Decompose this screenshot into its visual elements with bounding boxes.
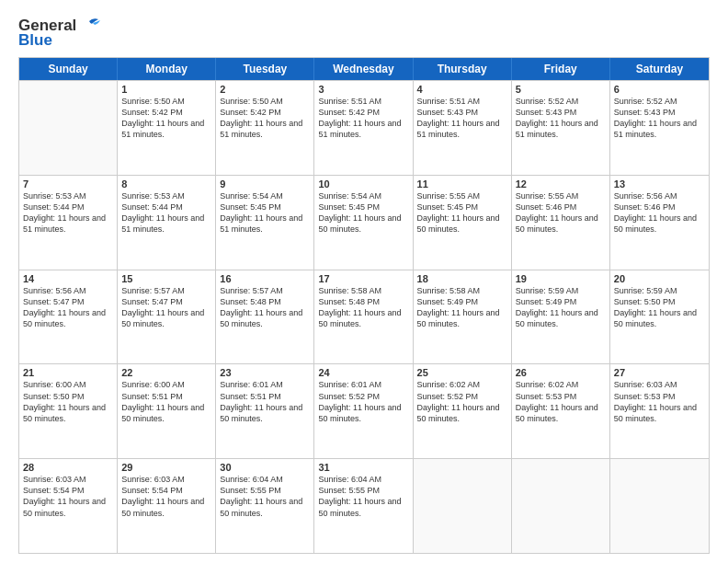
calendar-cell <box>512 459 610 553</box>
cell-sun-info: Sunrise: 5:57 AMSunset: 5:48 PMDaylight:… <box>220 285 310 330</box>
day-number: 17 <box>318 273 408 284</box>
day-number: 22 <box>121 367 211 378</box>
calendar-cell: 17Sunrise: 5:58 AMSunset: 5:48 PMDayligh… <box>314 270 413 364</box>
header-day-thursday: Thursday <box>414 58 512 80</box>
day-number: 23 <box>220 367 310 378</box>
cell-sun-info: Sunrise: 5:51 AMSunset: 5:42 PMDaylight:… <box>318 96 408 141</box>
cell-sun-info: Sunrise: 6:01 AMSunset: 5:52 PMDaylight:… <box>318 379 408 424</box>
header-day-wednesday: Wednesday <box>314 58 413 80</box>
logo-bird-icon <box>80 17 100 32</box>
calendar-body: 1Sunrise: 5:50 AMSunset: 5:42 PMDaylight… <box>19 80 709 553</box>
cell-sun-info: Sunrise: 5:50 AMSunset: 5:42 PMDaylight:… <box>121 96 211 141</box>
cell-sun-info: Sunrise: 5:58 AMSunset: 5:48 PMDaylight:… <box>318 285 408 330</box>
day-number: 29 <box>121 462 211 473</box>
logo: General Blue <box>18 17 100 50</box>
calendar-cell: 1Sunrise: 5:50 AMSunset: 5:42 PMDaylight… <box>118 81 216 175</box>
calendar-cell: 14Sunrise: 5:56 AMSunset: 5:47 PMDayligh… <box>19 270 118 364</box>
calendar-cell: 27Sunrise: 6:03 AMSunset: 5:53 PMDayligh… <box>610 364 709 458</box>
calendar-cell: 3Sunrise: 5:51 AMSunset: 5:42 PMDaylight… <box>314 81 413 175</box>
cell-sun-info: Sunrise: 5:53 AMSunset: 5:44 PMDaylight:… <box>23 190 113 236</box>
calendar-cell: 5Sunrise: 5:52 AMSunset: 5:43 PMDaylight… <box>512 81 610 175</box>
calendar-cell: 22Sunrise: 6:00 AMSunset: 5:51 PMDayligh… <box>118 364 216 458</box>
logo-blue-text: Blue <box>18 31 52 50</box>
day-number: 31 <box>318 462 408 473</box>
calendar-cell: 19Sunrise: 5:59 AMSunset: 5:49 PMDayligh… <box>512 270 610 364</box>
calendar-cell: 16Sunrise: 5:57 AMSunset: 5:48 PMDayligh… <box>216 270 314 364</box>
day-number: 15 <box>121 273 211 284</box>
cell-sun-info: Sunrise: 5:50 AMSunset: 5:42 PMDaylight:… <box>220 96 310 141</box>
day-number: 11 <box>417 178 507 190</box>
cell-sun-info: Sunrise: 5:54 AMSunset: 5:45 PMDaylight:… <box>220 190 310 236</box>
page: General Blue SundayMondayTuesdayWednesda… <box>0 0 728 563</box>
calendar-cell: 20Sunrise: 5:59 AMSunset: 5:50 PMDayligh… <box>610 270 709 364</box>
calendar-cell: 25Sunrise: 6:02 AMSunset: 5:52 PMDayligh… <box>414 364 512 458</box>
day-number: 18 <box>417 273 507 284</box>
day-number: 8 <box>121 178 211 190</box>
calendar-cell <box>19 81 118 175</box>
calendar-cell: 15Sunrise: 5:57 AMSunset: 5:47 PMDayligh… <box>118 270 216 364</box>
day-number: 21 <box>23 367 113 378</box>
cell-sun-info: Sunrise: 6:03 AMSunset: 5:53 PMDaylight:… <box>614 379 705 424</box>
calendar-cell: 26Sunrise: 6:02 AMSunset: 5:53 PMDayligh… <box>512 364 610 458</box>
cell-sun-info: Sunrise: 6:03 AMSunset: 5:54 PMDaylight:… <box>121 474 211 519</box>
cell-sun-info: Sunrise: 5:52 AMSunset: 5:43 PMDaylight:… <box>516 96 606 141</box>
cell-sun-info: Sunrise: 5:56 AMSunset: 5:47 PMDaylight:… <box>23 285 113 330</box>
calendar-cell: 21Sunrise: 6:00 AMSunset: 5:50 PMDayligh… <box>19 364 118 458</box>
day-number: 4 <box>417 84 507 95</box>
cell-sun-info: Sunrise: 5:56 AMSunset: 5:46 PMDaylight:… <box>614 190 705 236</box>
cell-sun-info: Sunrise: 5:59 AMSunset: 5:50 PMDaylight:… <box>614 285 705 330</box>
calendar-cell: 31Sunrise: 6:04 AMSunset: 5:55 PMDayligh… <box>314 459 413 553</box>
calendar-cell: 29Sunrise: 6:03 AMSunset: 5:54 PMDayligh… <box>118 459 216 553</box>
cell-sun-info: Sunrise: 5:59 AMSunset: 5:49 PMDaylight:… <box>516 285 606 330</box>
day-number: 7 <box>23 178 113 190</box>
day-number: 16 <box>220 273 310 284</box>
calendar-cell <box>610 459 709 553</box>
day-number: 26 <box>516 367 606 378</box>
day-number: 9 <box>220 178 310 190</box>
header-day-monday: Monday <box>118 58 216 80</box>
header-day-tuesday: Tuesday <box>216 58 314 80</box>
calendar: SundayMondayTuesdayWednesdayThursdayFrid… <box>18 57 710 554</box>
cell-sun-info: Sunrise: 6:02 AMSunset: 5:52 PMDaylight:… <box>417 379 507 424</box>
day-number: 19 <box>516 273 606 284</box>
calendar-cell: 23Sunrise: 6:01 AMSunset: 5:51 PMDayligh… <box>216 364 314 458</box>
calendar-cell: 18Sunrise: 5:58 AMSunset: 5:49 PMDayligh… <box>414 270 512 364</box>
cell-sun-info: Sunrise: 5:58 AMSunset: 5:49 PMDaylight:… <box>417 285 507 330</box>
header-day-sunday: Sunday <box>19 58 118 80</box>
day-number: 24 <box>318 367 408 378</box>
day-number: 2 <box>220 84 310 95</box>
cell-sun-info: Sunrise: 6:00 AMSunset: 5:50 PMDaylight:… <box>23 379 113 424</box>
calendar-cell: 11Sunrise: 5:55 AMSunset: 5:45 PMDayligh… <box>414 176 512 270</box>
header-day-saturday: Saturday <box>610 58 709 80</box>
day-number: 13 <box>614 178 705 190</box>
calendar-row-3: 21Sunrise: 6:00 AMSunset: 5:50 PMDayligh… <box>19 363 709 458</box>
calendar-cell: 10Sunrise: 5:54 AMSunset: 5:45 PMDayligh… <box>314 176 413 270</box>
cell-sun-info: Sunrise: 5:53 AMSunset: 5:44 PMDaylight:… <box>121 190 211 236</box>
calendar-row-0: 1Sunrise: 5:50 AMSunset: 5:42 PMDaylight… <box>19 80 709 175</box>
cell-sun-info: Sunrise: 6:01 AMSunset: 5:51 PMDaylight:… <box>220 379 310 424</box>
header-day-friday: Friday <box>512 58 610 80</box>
cell-sun-info: Sunrise: 6:03 AMSunset: 5:54 PMDaylight:… <box>23 474 113 519</box>
day-number: 12 <box>516 178 606 190</box>
cell-sun-info: Sunrise: 6:00 AMSunset: 5:51 PMDaylight:… <box>121 379 211 424</box>
calendar-cell: 6Sunrise: 5:52 AMSunset: 5:43 PMDaylight… <box>610 81 709 175</box>
calendar-cell: 7Sunrise: 5:53 AMSunset: 5:44 PMDaylight… <box>19 176 118 270</box>
cell-sun-info: Sunrise: 6:02 AMSunset: 5:53 PMDaylight:… <box>516 379 606 424</box>
day-number: 25 <box>417 367 507 378</box>
cell-sun-info: Sunrise: 6:04 AMSunset: 5:55 PMDaylight:… <box>318 474 408 519</box>
header: General Blue <box>18 17 710 50</box>
day-number: 10 <box>318 178 408 190</box>
calendar-cell: 12Sunrise: 5:55 AMSunset: 5:46 PMDayligh… <box>512 176 610 270</box>
calendar-row-4: 28Sunrise: 6:03 AMSunset: 5:54 PMDayligh… <box>19 458 709 553</box>
day-number: 6 <box>614 84 705 95</box>
calendar-cell: 8Sunrise: 5:53 AMSunset: 5:44 PMDaylight… <box>118 176 216 270</box>
day-number: 20 <box>614 273 705 284</box>
day-number: 27 <box>614 367 705 378</box>
cell-sun-info: Sunrise: 5:52 AMSunset: 5:43 PMDaylight:… <box>614 96 705 141</box>
calendar-cell: 13Sunrise: 5:56 AMSunset: 5:46 PMDayligh… <box>610 176 709 270</box>
calendar-row-2: 14Sunrise: 5:56 AMSunset: 5:47 PMDayligh… <box>19 270 709 364</box>
calendar-cell <box>414 459 512 553</box>
cell-sun-info: Sunrise: 5:51 AMSunset: 5:43 PMDaylight:… <box>417 96 507 141</box>
day-number: 3 <box>318 84 408 95</box>
calendar-header-row: SundayMondayTuesdayWednesdayThursdayFrid… <box>19 58 709 80</box>
